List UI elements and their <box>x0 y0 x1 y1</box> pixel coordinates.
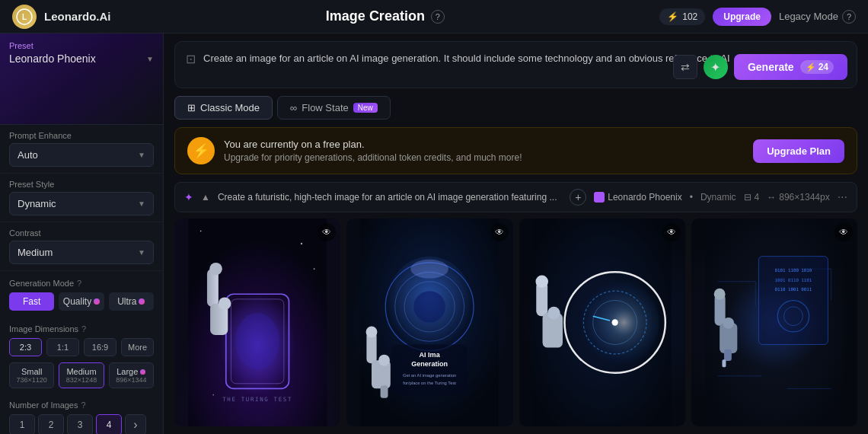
preset-content: Preset Leonardo Phoenix ▼ <box>0 34 163 72</box>
upgrade-button[interactable]: Upgrade <box>713 8 771 26</box>
preset-dropdown[interactable]: Leonardo Phoenix ▼ <box>9 53 154 65</box>
mode-tabs: ⊞ Classic Mode ∞ Flow State New <box>174 96 857 120</box>
num-1-button[interactable]: 1 <box>9 414 35 434</box>
mode-quality-button[interactable]: Quality <box>59 292 104 311</box>
image-overlay-1: 👁 <box>174 219 340 426</box>
banner-subtitle: Upgrade for priority generations, additi… <box>224 152 522 163</box>
svg-text:L: L <box>22 13 27 21</box>
prompt-icon: ⊡ <box>186 52 196 66</box>
preset-style-dropdown[interactable]: Dynamic ▼ <box>9 192 154 215</box>
contrast-label: Contrast <box>9 228 154 238</box>
banner-text: You are currently on a free plan. Upgrad… <box>224 139 522 163</box>
image-overlay-4: 👁 <box>691 219 857 426</box>
prompt-enhance-label: Prompt Enhance <box>9 131 154 140</box>
num-4-button[interactable]: 4 <box>96 414 122 434</box>
gen-row-prompt: Create a futuristic, high-tech image for… <box>218 192 562 203</box>
token-icon: ⚡ <box>667 11 678 22</box>
num-2-button[interactable]: 2 <box>38 414 64 434</box>
image-card-2: AI Ima Generation Get an AI image genera… <box>346 219 512 426</box>
classic-mode-tab[interactable]: ⊞ Classic Mode <box>174 96 273 120</box>
image-eye-2[interactable]: 👁 <box>490 223 509 241</box>
app-name: Leonardo.Ai <box>44 10 111 23</box>
size-row: Small 736×1120 Medium 832×1248 Large 896… <box>9 362 154 388</box>
size-medium[interactable]: Medium 832×1248 <box>59 362 104 388</box>
dimensions-help-icon[interactable]: ? <box>81 324 86 333</box>
prompt-enhance-chevron: ▼ <box>138 151 145 159</box>
flow-state-tab[interactable]: ∞ Flow State New <box>277 96 391 120</box>
num-images-buttons: 1 2 3 4 › <box>9 414 154 434</box>
prompt-area: ⊡ Create an image for an article on AI i… <box>174 41 857 88</box>
large-badge <box>140 369 145 375</box>
image-eye-1[interactable]: 👁 <box>318 223 336 241</box>
image-dimensions-label: Image Dimensions ? <box>9 324 154 333</box>
generation-mode-help-icon[interactable]: ? <box>77 279 81 288</box>
ai-enhance-button[interactable]: ✦ <box>704 55 728 79</box>
legacy-mode-label: Legacy Mode ? <box>779 10 856 24</box>
preset-label: Preset <box>9 41 154 50</box>
ultra-badge <box>139 298 145 305</box>
shuffle-button[interactable]: ⇄ <box>673 55 697 79</box>
banner-title: You are currently on a free plan. <box>224 139 522 150</box>
image-card-3: 👁 <box>519 219 685 426</box>
banner-icon: ⚡ <box>187 137 215 164</box>
generation-mode-label: Generation Mode ? <box>9 279 154 288</box>
generate-button[interactable]: Generate ⚡ 24 <box>734 54 847 80</box>
ratio-row: 2:3 1:1 16:9 More <box>9 338 154 356</box>
preset-chevron: ▼ <box>146 55 154 63</box>
num-images-section: Number of Images ? 1 2 3 4 › <box>0 394 163 434</box>
main-content: ⊡ Create an image for an article on AI i… <box>164 34 868 434</box>
image-eye-3[interactable]: 👁 <box>662 223 681 241</box>
title-help-icon[interactable]: ? <box>431 10 445 24</box>
image-eye-4[interactable]: 👁 <box>834 223 853 241</box>
num-images-label: Number of Images ? <box>9 400 154 410</box>
ratio-2-3[interactable]: 2:3 <box>9 338 42 356</box>
ratio-1-1[interactable]: 1:1 <box>46 338 79 356</box>
mode-fast-button[interactable]: Fast <box>9 292 54 311</box>
contrast-chevron: ▼ <box>138 248 145 257</box>
token-count: 102 <box>682 11 697 22</box>
top-navigation: L Leonardo.Ai Image Creation ? ⚡ 102 Upg… <box>0 0 868 34</box>
model-dot <box>594 192 605 203</box>
token-badge: ⚡ 102 <box>659 8 705 25</box>
image-grid: THE TURING TEST 👁 <box>174 219 857 426</box>
gen-row-add-button[interactable]: + <box>570 189 586 206</box>
preset-style-label: Preset Style <box>9 180 154 189</box>
size-large[interactable]: Large 896×1344 <box>109 362 154 388</box>
ratio-16-9[interactable]: 16:9 <box>84 338 116 356</box>
gen-row-model: Leonardo Phoenix <box>594 192 681 203</box>
banner-left: ⚡ You are currently on a free plan. Upgr… <box>187 137 522 164</box>
upgrade-plan-button[interactable]: Upgrade Plan <box>753 139 844 163</box>
generation-row: ✦ ▲ Create a futuristic, high-tech image… <box>174 182 857 212</box>
main-layout: Preset Leonardo Phoenix ▼ Prompt Enhance… <box>0 34 868 434</box>
gen-row-count: ⊟ 4 <box>744 192 760 203</box>
image-card-4: 0101 1100 1010 1001 0110 1101 0110 1001 … <box>691 219 857 426</box>
prompt-enhance-section: Prompt Enhance Auto ▼ <box>0 125 163 174</box>
prompt-enhance-dropdown[interactable]: Auto ▼ <box>9 143 154 167</box>
mode-ultra-button[interactable]: Ultra <box>109 292 154 311</box>
sidebar: Preset Leonardo Phoenix ▼ Prompt Enhance… <box>0 34 164 434</box>
image-dimensions-section: Image Dimensions ? 2:3 1:1 16:9 More Sma… <box>0 318 163 394</box>
gen-row-more-button[interactable]: ··· <box>838 190 847 204</box>
nav-right: ⚡ 102 Upgrade Legacy Mode ? <box>659 8 856 26</box>
size-small[interactable]: Small 736×1120 <box>9 362 54 388</box>
contrast-section: Contrast Medium ▼ <box>0 222 163 271</box>
ratio-more[interactable]: More <box>121 338 154 356</box>
quality-badge <box>94 298 100 305</box>
legacy-help-icon[interactable]: ? <box>842 10 856 24</box>
preset-style-section: Preset Style Dynamic ▼ <box>0 174 163 222</box>
preset-section: Preset Leonardo Phoenix ▼ <box>0 34 163 125</box>
contrast-dropdown[interactable]: Medium ▼ <box>9 241 154 264</box>
page-title: Image Creation <box>326 8 425 24</box>
image-overlay-2: 👁 <box>346 219 512 426</box>
generation-mode-buttons: Fast Quality Ultra <box>9 292 154 311</box>
num-expand-button[interactable]: › <box>125 414 146 434</box>
num-images-help-icon[interactable]: ? <box>81 400 85 410</box>
gen-row-up-icon[interactable]: ▲ <box>201 192 210 203</box>
gen-row-dims: ↔ 896×1344px <box>767 192 829 203</box>
gen-row-style: Dynamic <box>700 192 736 203</box>
num-3-button[interactable]: 3 <box>67 414 93 434</box>
nav-left: L Leonardo.Ai <box>12 5 111 29</box>
image-overlay-3: 👁 <box>519 219 685 426</box>
generate-count: ⚡ 24 <box>800 60 834 74</box>
gen-row-bullet: • <box>690 192 693 203</box>
